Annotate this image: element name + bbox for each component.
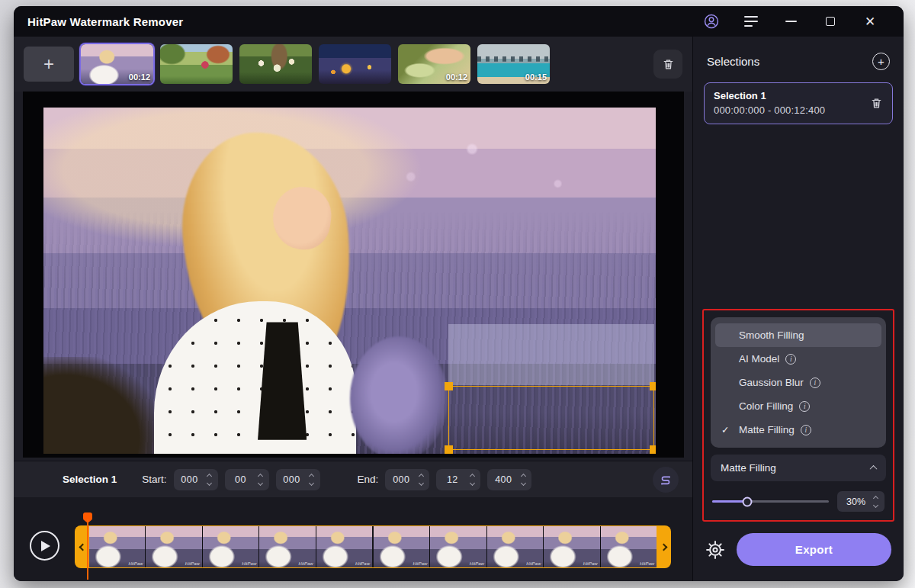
start-label: Start: <box>142 474 166 485</box>
stepper-arrows[interactable] <box>308 474 316 485</box>
watermark-selection-box[interactable] <box>448 386 654 450</box>
opacity-value-box[interactable]: 30% <box>837 491 884 512</box>
info-icon[interactable]: i <box>785 354 796 365</box>
thumbnail-duration: 00:15 <box>525 72 547 82</box>
stepper-arrows[interactable] <box>206 474 214 485</box>
time-stepper[interactable]: 400 <box>487 469 531 490</box>
opacity-stepper-arrows[interactable] <box>872 496 879 507</box>
selection-card[interactable]: Selection 1 000:00:000 - 000:12:400 <box>704 82 893 124</box>
basket-shape <box>43 357 160 454</box>
close-icon: ✕ <box>865 15 875 28</box>
thumbnail-list: 00:1200:1200:15 <box>81 44 550 84</box>
add-media-button[interactable]: + <box>24 47 74 82</box>
media-thumbnail[interactable] <box>160 44 233 84</box>
selection-card-range: 000:00:000 - 000:12:400 <box>714 104 864 116</box>
opacity-slider-thumb[interactable] <box>742 496 752 506</box>
chevron-right-icon <box>660 543 667 551</box>
frame-watermark: HitPaw <box>470 561 484 566</box>
account-button[interactable] <box>692 6 731 37</box>
frame-watermark: HitPaw <box>185 561 200 566</box>
stepper-arrows[interactable] <box>257 474 265 485</box>
close-button[interactable]: ✕ <box>850 6 890 37</box>
selection-card-name: Selection 1 <box>714 90 864 101</box>
media-thumbnail[interactable]: 00:12 <box>81 44 153 84</box>
time-stepper[interactable]: 000 <box>174 469 218 490</box>
selection-handle-bottom-left[interactable] <box>445 445 453 454</box>
media-thumbnail[interactable]: 00:15 <box>477 44 550 84</box>
video-canvas[interactable] <box>43 108 656 454</box>
chevron-up-icon <box>870 465 878 473</box>
frame-watermark: HitPaw <box>640 561 654 566</box>
time-stepper[interactable]: 000 <box>385 469 429 490</box>
timeline-bar: HitPawHitPawHitPawHitPawHitPawHitPawHitP… <box>14 497 692 581</box>
export-button[interactable]: Export <box>737 533 891 566</box>
lavender-bouquet <box>350 336 448 454</box>
keyframe-path-button[interactable] <box>653 467 679 493</box>
filmstrip-frame: HitPaw <box>316 526 374 567</box>
opacity-slider[interactable] <box>712 500 829 503</box>
delete-selection-button[interactable] <box>870 97 883 110</box>
stepper-value: 000 <box>385 474 417 485</box>
menu-item-color-filling[interactable]: Color Fillingi <box>715 394 881 418</box>
thumbnail-duration: 00:12 <box>129 72 150 82</box>
maximize-button[interactable] <box>811 6 850 37</box>
menu-item-ai-model[interactable]: AI Modeli <box>715 347 881 371</box>
media-bar: + 00:1200:1200:15 <box>14 37 692 92</box>
fill-method-menu: Smooth FillingAI ModeliGaussion BluriCol… <box>711 317 886 448</box>
stepper-value: 00 <box>225 474 257 485</box>
menu-item-matte-filling[interactable]: ✓Matte Fillingi <box>715 418 881 442</box>
play-icon <box>41 541 50 551</box>
filmstrip-frames[interactable]: HitPawHitPawHitPawHitPawHitPawHitPawHitP… <box>88 525 657 568</box>
settings-button[interactable] <box>705 540 725 560</box>
info-icon[interactable]: i <box>799 401 810 412</box>
minimize-button[interactable] <box>771 6 811 37</box>
main-area: + 00:1200:1200:15 <box>14 37 692 581</box>
matte-fill-preview <box>448 324 654 385</box>
thumbnail-duration: 00:12 <box>446 72 467 82</box>
timeline-strip[interactable]: HitPawHitPawHitPawHitPawHitPawHitPawHitP… <box>75 525 671 568</box>
selection-handle-top-right[interactable] <box>650 382 656 390</box>
playhead[interactable] <box>83 512 93 580</box>
window-controls: ✕ <box>692 6 890 37</box>
selection-handle-top-left[interactable] <box>445 382 453 390</box>
media-thumbnail[interactable] <box>239 44 312 84</box>
playhead-marker[interactable] <box>83 512 92 519</box>
info-icon[interactable]: i <box>810 378 820 388</box>
selection-handle-bottom-right[interactable] <box>650 445 656 454</box>
time-stepper[interactable]: 00 <box>225 469 269 490</box>
info-icon[interactable]: i <box>801 425 811 435</box>
media-thumbnail[interactable] <box>319 44 391 84</box>
filmstrip-frame: HitPaw <box>601 526 657 567</box>
opacity-value: 30% <box>840 496 872 507</box>
stepper-arrows[interactable] <box>519 474 527 485</box>
delete-media-button[interactable] <box>653 50 682 79</box>
account-icon <box>703 13 720 30</box>
menu-icon <box>744 16 758 27</box>
media-thumbnail[interactable]: 00:12 <box>398 44 470 84</box>
sidebar-footer: Export <box>693 522 904 566</box>
fill-method-dropdown[interactable]: Matte Filling <box>711 455 886 481</box>
selection-card-text: Selection 1 000:00:000 - 000:12:400 <box>714 90 864 116</box>
menu-item-label: Color Filling <box>739 400 793 412</box>
desktop-background: HitPaw Watermark Remover <box>0 0 915 588</box>
app-window: HitPaw Watermark Remover <box>14 6 904 581</box>
menu-item-smooth-filling[interactable]: Smooth Filling <box>715 323 881 347</box>
time-stepper[interactable]: 12 <box>436 469 480 490</box>
selections-title: Selections <box>707 55 759 68</box>
menu-item-gaussion-blur[interactable]: Gaussion Bluri <box>715 371 881 394</box>
frame-watermark: HitPaw <box>413 561 427 566</box>
end-label: End: <box>358 474 379 485</box>
menu-button[interactable] <box>731 6 771 37</box>
time-stepper[interactable]: 000 <box>276 469 320 490</box>
trim-handle-right[interactable] <box>657 525 671 568</box>
gear-icon <box>705 540 725 560</box>
play-button[interactable] <box>30 531 59 561</box>
menu-item-label: Matte Filling <box>739 424 795 435</box>
filmstrip-frame: HitPaw <box>203 526 259 567</box>
fill-method-selected-label: Matte Filling <box>721 462 776 474</box>
stepper-arrows[interactable] <box>468 474 476 485</box>
filmstrip-frame: HitPaw <box>487 526 544 567</box>
stepper-arrows[interactable] <box>417 474 425 485</box>
add-selection-button[interactable]: + <box>872 53 890 70</box>
frame-watermark: HitPaw <box>128 561 143 566</box>
